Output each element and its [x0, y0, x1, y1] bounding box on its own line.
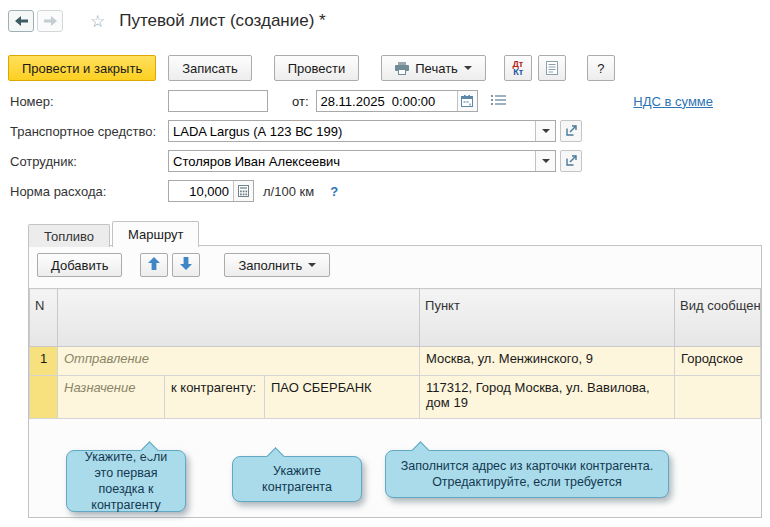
- table-row-destination: Назначение к контрагенту: ПАО СБЕРБАНК 1…: [30, 376, 761, 419]
- post-and-close-button[interactable]: Провести и закрыть: [8, 55, 156, 81]
- vehicle-open-button[interactable]: [560, 120, 582, 142]
- post-button[interactable]: Провести: [274, 55, 360, 81]
- column-header-point[interactable]: Пункт: [420, 289, 675, 347]
- form-area: Номер: от: НДС в сумме Транспортное сред…: [10, 90, 762, 210]
- tooltip-counterparty: Укажите контрагента: [232, 456, 362, 502]
- move-down-icon: [180, 257, 192, 273]
- tooltip-address: Заполнится адрес из карточки контрагента…: [385, 450, 669, 498]
- fuel-rate-help[interactable]: ?: [330, 184, 338, 199]
- tab-fuel[interactable]: Топливо: [28, 224, 110, 247]
- column-header-n[interactable]: N: [30, 289, 58, 347]
- move-up-icon: [148, 257, 160, 273]
- employee-dropdown-arrow-icon[interactable]: [535, 151, 555, 171]
- print-button[interactable]: Печать: [381, 55, 486, 81]
- tooltip-text: Укажите, если это первая поездка к контр…: [77, 449, 175, 514]
- vehicle-row: Транспортное средство:: [10, 120, 762, 142]
- show-in-list-button[interactable]: [488, 90, 510, 112]
- employee-row: Сотрудник:: [10, 150, 762, 172]
- vehicle-input[interactable]: [169, 121, 535, 141]
- back-icon: [15, 14, 28, 29]
- employee-open-button[interactable]: [560, 150, 582, 172]
- point-cell[interactable]: Москва, ул. Менжинского, 9: [420, 347, 675, 376]
- tab-strip: Топливо Маршрут: [28, 221, 201, 247]
- date-label: от:: [292, 94, 309, 109]
- open-icon: [566, 154, 577, 169]
- calendar-icon[interactable]: [457, 91, 477, 111]
- waybill-window: ☆ Путевой лист (создание) * Провести и з…: [0, 0, 770, 527]
- vehicle-label: Транспортное средство:: [10, 124, 168, 139]
- related-documents-button[interactable]: [538, 55, 566, 81]
- number-label: Номер:: [10, 94, 168, 109]
- date-field: [316, 90, 478, 112]
- fuel-rate-row: Норма расхода: л/100 км ?: [10, 180, 762, 202]
- employee-field: [168, 150, 556, 172]
- row-number-cell[interactable]: 1: [30, 347, 58, 376]
- nav-bar: ☆ Путевой лист (создание) *: [8, 8, 762, 34]
- row-number-cell[interactable]: [30, 376, 58, 419]
- tab-fuel-label: Топливо: [44, 229, 94, 244]
- vehicle-dropdown-arrow-icon[interactable]: [535, 121, 555, 141]
- write-button[interactable]: Записать: [168, 55, 252, 81]
- help-button[interactable]: ?: [587, 55, 615, 81]
- fill-button[interactable]: Заполнить: [224, 253, 330, 277]
- route-table: N Пункт Вид сообщени 1 Отправление Москв…: [29, 288, 761, 419]
- printer-icon: [395, 62, 409, 75]
- list-icon: [491, 94, 506, 109]
- move-down-button[interactable]: [172, 253, 200, 277]
- forward-icon: [44, 14, 57, 29]
- calculator-icon[interactable]: [233, 181, 253, 201]
- dropdown-arrow-icon: [464, 66, 472, 70]
- vat-mode-link[interactable]: НДС в сумме: [633, 94, 713, 109]
- favorite-star-icon[interactable]: ☆: [90, 13, 105, 30]
- print-button-label: Печать: [415, 61, 458, 76]
- dtkt-button[interactable]: ДтКт: [504, 55, 532, 81]
- tooltip-text: Заполнится адрес из карточки контрагента…: [396, 458, 658, 491]
- add-row-button[interactable]: Добавить: [37, 253, 122, 277]
- message-type-cell[interactable]: [675, 376, 761, 419]
- number-input[interactable]: [168, 90, 268, 112]
- tab-route[interactable]: Маршрут: [112, 221, 199, 247]
- fill-button-label: Заполнить: [238, 258, 302, 273]
- fuel-rate-label: Норма расхода:: [10, 184, 168, 199]
- message-type-cell[interactable]: Городское: [675, 347, 761, 376]
- forward-button[interactable]: [37, 10, 63, 32]
- column-header-message-type[interactable]: Вид сообщени: [675, 289, 761, 347]
- grid-toolbar: Добавить Заполнить: [29, 246, 761, 282]
- tab-route-label: Маршрут: [128, 227, 183, 242]
- date-input[interactable]: [317, 91, 457, 111]
- fuel-rate-input[interactable]: [169, 181, 233, 201]
- point-cell[interactable]: 117312, Город Москва, ул. Вавилова, дом …: [420, 376, 675, 419]
- move-up-button[interactable]: [140, 253, 168, 277]
- fuel-rate-unit: л/100 км: [263, 184, 314, 199]
- vehicle-field: [168, 120, 556, 142]
- counterparty-value-cell[interactable]: ПАО СБЕРБАНК: [265, 376, 420, 419]
- table-row-departure: 1 Отправление Москва, ул. Менжинского, 9…: [30, 347, 761, 376]
- dropdown-arrow-icon: [308, 263, 316, 267]
- row-kind-cell[interactable]: Назначение: [58, 376, 165, 419]
- employee-label: Сотрудник:: [10, 154, 168, 169]
- number-row: Номер: от: НДС в сумме: [10, 90, 762, 112]
- row-kind-cell[interactable]: Отправление: [58, 347, 420, 376]
- tooltip-first-trip: Укажите, если это первая поездка к контр…: [66, 450, 186, 512]
- command-bar: Провести и закрыть Записать Провести Печ…: [8, 54, 615, 82]
- counterparty-label-cell[interactable]: к контрагенту:: [165, 376, 265, 419]
- open-icon: [566, 124, 577, 139]
- dtkt-icon: ДтКт: [512, 60, 523, 76]
- column-header-blank[interactable]: [58, 289, 420, 347]
- tooltip-text: Укажите контрагента: [243, 463, 351, 496]
- window-title: Путевой лист (создание) *: [119, 11, 325, 31]
- employee-input[interactable]: [169, 151, 535, 171]
- document-list-icon: [546, 61, 558, 75]
- back-button[interactable]: [8, 10, 34, 32]
- table-header-row: N Пункт Вид сообщени: [30, 289, 761, 347]
- fuel-rate-field: [168, 180, 254, 202]
